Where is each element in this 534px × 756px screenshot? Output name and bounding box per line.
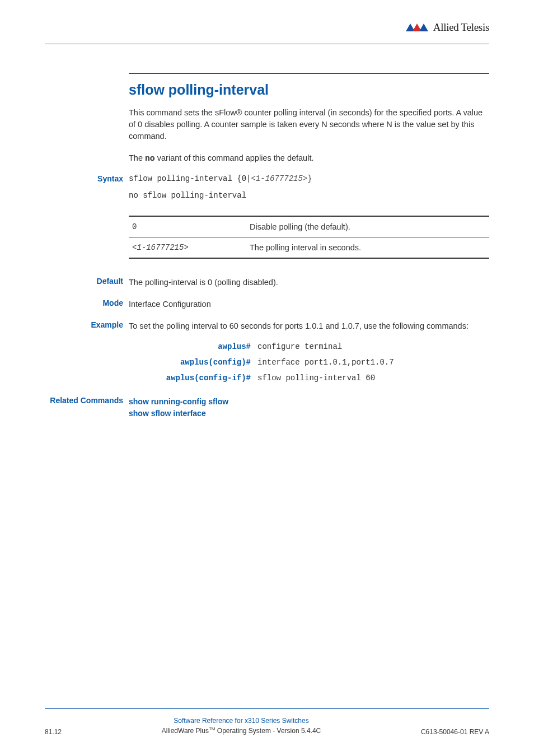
example-line: awplus(config)# interface port1.0.1,port… (129, 358, 489, 367)
mode-label: Mode (45, 298, 123, 307)
default-text: The polling-interval is 0 (polling disab… (129, 277, 489, 288)
cli-command: sflow polling-interval 60 (257, 374, 375, 382)
footer-c2-tm: TM (209, 726, 216, 731)
syntax-label: Syntax (45, 174, 123, 183)
intro-paragraph-1: This command sets the sFlow® counter pol… (129, 107, 489, 142)
default-label: Default (45, 277, 123, 286)
footer-center-line2: AlliedWare PlusTM Operating System - Ver… (62, 726, 421, 736)
intro-p2-pre: The (129, 153, 145, 162)
related-links: show running-config sflow show sflow int… (129, 396, 489, 419)
footer-rule (45, 708, 489, 709)
param1-param: <1-16777215> (132, 243, 189, 252)
syntax-line1-pre: sflow polling-interval {0| (129, 174, 251, 183)
cli-prompt: awplus(config-if)# (129, 374, 257, 382)
footer-c2-post: Operating System - Version 5.4.4C (216, 727, 321, 735)
related-link[interactable]: show running-config sflow (129, 396, 489, 408)
example-label: Example (45, 320, 123, 329)
footer: 81.12 Software Reference for x310 Series… (45, 708, 489, 736)
intro-paragraph-2: The no variant of this command applies t… (129, 152, 489, 164)
example-line: awplus# configure terminal (129, 342, 489, 351)
example-text: To set the polling interval to 60 second… (129, 320, 489, 332)
cli-prompt: awplus# (129, 342, 257, 351)
footer-doc-rev: C613-50046-01 REV A (421, 728, 489, 736)
footer-c2-pre: AlliedWare Plus (162, 727, 209, 735)
syntax-line1-param: <1-16777215> (251, 174, 307, 183)
param-cell-key: <1-16777215> (132, 243, 227, 252)
page-title: sflow polling-interval (129, 82, 489, 98)
title-rule (129, 73, 489, 74)
param-cell-desc: Disable polling (the default). (250, 222, 486, 231)
related-link[interactable]: show sflow interface (129, 408, 489, 419)
default-section: Default The polling-interval is 0 (polli… (129, 277, 489, 288)
svg-marker-2 (419, 24, 428, 31)
header-rule (45, 44, 489, 44)
cli-command: configure terminal (257, 342, 342, 351)
footer-page-number: 81.12 (45, 728, 62, 736)
cli-command: interface port1.0.1,port1.0.7 (257, 358, 394, 367)
syntax-line1-post: } (307, 174, 312, 183)
table-row: 0 Disable polling (the default). (129, 217, 489, 237)
brand-name: Allied Telesis (433, 21, 489, 34)
mode-section: Mode Interface Configuration (129, 298, 489, 310)
param-cell-desc: The polling interval in seconds. (250, 243, 486, 252)
footer-row: 81.12 Software Reference for x310 Series… (45, 716, 489, 736)
param0-plain: 0 (132, 222, 137, 231)
related-section: Related Commands show running-config sfl… (129, 396, 489, 419)
related-label: Related Commands (13, 396, 123, 405)
intro-p2-post: variant of this command applies the defa… (155, 153, 314, 162)
brand-logo: Allied Telesis (405, 21, 489, 34)
brand-triangle-icon (405, 22, 431, 32)
syntax-line-1: sflow polling-interval {0|<1-16777215>} (129, 174, 489, 183)
footer-center-line1: Software Reference for x310 Series Switc… (62, 716, 421, 726)
syntax-section: Syntax sflow polling-interval {0|<1-1677… (129, 174, 489, 259)
param-table: 0 Disable polling (the default). <1-1677… (129, 216, 489, 259)
intro-p2-bold: no (145, 153, 155, 162)
cli-prompt: awplus(config)# (129, 358, 257, 367)
param-cell-key: 0 (132, 222, 227, 231)
example-commands: awplus# configure terminal awplus(config… (129, 342, 489, 382)
example-line: awplus(config-if)# sflow polling-interva… (129, 374, 489, 382)
footer-center: Software Reference for x310 Series Switc… (62, 716, 421, 736)
example-section: Example To set the polling interval to 6… (129, 320, 489, 382)
table-row: <1-16777215> The polling interval in sec… (129, 237, 489, 259)
mode-text: Interface Configuration (129, 298, 489, 310)
syntax-line-2: no sflow polling-interval (129, 191, 489, 200)
